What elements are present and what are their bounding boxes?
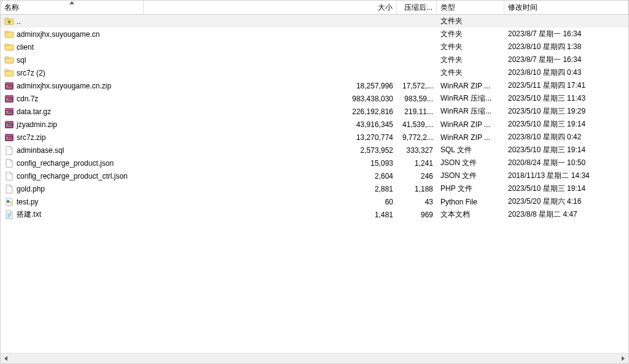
- cell-compressed: 1,241: [397, 159, 437, 168]
- file-row[interactable]: data.tar.gz226,192,816219,11...WinRAR 压缩…: [1, 105, 628, 118]
- cell-type: WinRAR ZIP ...: [437, 120, 504, 129]
- column-type[interactable]: 类型: [437, 1, 504, 14]
- scroll-right-button[interactable]: [618, 354, 628, 363]
- folder-icon: [4, 68, 14, 78]
- file-row[interactable]: src7z (2)文件夹2023/8/10 星期四 0:43: [1, 66, 628, 79]
- svg-rect-19: [9, 98, 10, 100]
- cell-name: config_recharge_product_ctrl.json: [1, 171, 144, 181]
- file-name-label: adminxjhx.suyougame.cn.zip: [17, 82, 111, 90]
- file-name-label: test.py: [17, 198, 38, 206]
- file-name-label: client: [17, 43, 34, 52]
- file-name-label: src7z.zip: [17, 133, 45, 142]
- file-row[interactable]: adminxjhx.suyougame.cn.zip18,257,99617,5…: [1, 79, 628, 92]
- svg-rect-25: [9, 111, 10, 113]
- file-row[interactable]: src7z.zip13,270,7749,772,2...WinRAR ZIP …: [1, 131, 628, 144]
- cell-compressed: 333,327: [397, 146, 437, 155]
- file-row[interactable]: client文件夹2023/8/10 星期四 1:38: [1, 41, 628, 53]
- cell-name: ..: [1, 17, 144, 26]
- cell-name: src7z (2): [1, 68, 144, 78]
- archive-icon: [4, 94, 14, 104]
- file-row[interactable]: ..文件夹: [1, 15, 628, 28]
- arrow-left-icon: [4, 356, 7, 361]
- horizontal-scrollbar[interactable]: [1, 353, 628, 363]
- cell-type: 文件夹: [437, 16, 504, 26]
- cell-type: WinRAR 压缩...: [437, 93, 504, 104]
- cell-size: 2,573,952: [144, 146, 397, 155]
- file-row[interactable]: adminbase.sql2,573,952333,327SQL 文件2023/…: [1, 144, 628, 157]
- cell-type: 文件夹: [437, 42, 504, 52]
- file-row[interactable]: test.py6043Python File2023/5/20 星期六 4:16: [1, 195, 628, 208]
- svg-rect-30: [6, 124, 8, 126]
- file-row[interactable]: config_recharge_product.json15,0931,241J…: [1, 157, 628, 169]
- cell-compressed: 9,772,2...: [397, 133, 437, 142]
- file-row[interactable]: adminxjhx.suyougame.cn文件夹2023/8/7 星期一 16…: [1, 28, 628, 41]
- archive-icon: [4, 81, 14, 91]
- cell-name: adminbase.sql: [1, 145, 144, 155]
- file-row[interactable]: cdn.7z983,438,030983,59...WinRAR 压缩...20…: [1, 92, 628, 105]
- svg-rect-17: [6, 95, 14, 97]
- cell-modified: 2023/5/10 星期三 11:43: [504, 93, 628, 104]
- cell-name: test.py: [1, 197, 144, 207]
- cell-name: 搭建.txt: [1, 209, 144, 220]
- svg-rect-5: [5, 44, 9, 45]
- cell-type: WinRAR 压缩...: [437, 106, 504, 117]
- cell-type: 文件夹: [437, 55, 504, 65]
- svg-rect-27: [6, 113, 12, 114]
- cell-type: 文件夹: [437, 29, 504, 39]
- file-name-label: cdn.7z: [17, 95, 38, 103]
- file-row[interactable]: sql文件夹2023/8/7 星期一 16:34: [1, 53, 628, 66]
- column-name-label: 名称: [4, 2, 19, 13]
- cell-size: 2,604: [144, 172, 397, 180]
- column-compressed[interactable]: 压缩后...: [397, 1, 437, 14]
- file-row[interactable]: jzyadmin.zip43,916,34541,539,...WinRAR Z…: [1, 118, 628, 131]
- file-name-label: config_recharge_product_ctrl.json: [17, 172, 128, 180]
- cell-modified: 2023/8/10 星期四 1:38: [504, 42, 628, 52]
- cell-size: 983,438,030: [144, 95, 397, 103]
- cell-size: 13,270,774: [144, 133, 397, 142]
- file-name-label: adminxjhx.suyougame.cn: [17, 30, 100, 39]
- svg-rect-36: [6, 137, 8, 139]
- column-name[interactable]: 名称: [1, 1, 144, 14]
- cell-modified: 2023/5/10 星期三 19:14: [504, 184, 628, 194]
- folder-icon: [4, 29, 14, 39]
- file-row[interactable]: 搭建.txt1,481969文本文档2023/8/8 星期二 4:47: [1, 208, 628, 221]
- svg-rect-11: [6, 82, 14, 84]
- file-row[interactable]: config_recharge_product_ctrl.json2,60424…: [1, 169, 628, 182]
- cell-modified: 2023/8/10 星期四 0:42: [504, 132, 628, 142]
- file-row[interactable]: gold.php2,8811,188PHP 文件2023/5/10 星期三 19…: [1, 182, 628, 195]
- archive-icon: [4, 120, 14, 130]
- archive-icon: [4, 133, 14, 142]
- file-name-label: 搭建.txt: [17, 209, 41, 220]
- svg-rect-38: [11, 137, 12, 139]
- scroll-left-button[interactable]: [1, 354, 11, 363]
- folder-up-icon: [4, 17, 14, 26]
- cell-size: 43,916,345: [144, 120, 397, 129]
- scroll-track[interactable]: [11, 354, 618, 363]
- file-icon: [4, 145, 14, 155]
- cell-name: jzyadmin.zip: [1, 120, 144, 130]
- cell-compressed: 17,572,...: [397, 82, 437, 90]
- column-size[interactable]: 大小: [144, 1, 397, 14]
- file-name-label: config_recharge_product.json: [17, 159, 114, 168]
- cell-compressed: 43: [397, 198, 437, 206]
- cell-modified: 2018/11/13 星期二 14:34: [504, 171, 628, 181]
- cell-type: PHP 文件: [437, 184, 504, 194]
- column-modified[interactable]: 修改时间: [504, 1, 628, 14]
- cell-modified: 2020/8/24 星期一 10:50: [504, 158, 628, 168]
- arrow-right-icon: [622, 356, 625, 361]
- cell-modified: 2023/8/7 星期一 16:34: [504, 55, 628, 65]
- file-name-label: jzyadmin.zip: [17, 120, 57, 129]
- cell-size: 18,257,996: [144, 82, 397, 90]
- svg-rect-21: [6, 100, 12, 101]
- cell-name: cdn.7z: [1, 94, 144, 104]
- file-icon: [4, 171, 14, 181]
- svg-rect-9: [5, 69, 9, 71]
- archive-icon: [4, 107, 14, 117]
- cell-size: 60: [144, 198, 397, 206]
- cell-type: JSON 文件: [437, 158, 504, 168]
- cell-type: WinRAR ZIP ...: [437, 82, 504, 90]
- svg-rect-1: [5, 18, 9, 20]
- svg-rect-3: [5, 31, 9, 33]
- column-compressed-label: 压缩后...: [404, 2, 432, 13]
- cell-size: 15,093: [144, 159, 397, 168]
